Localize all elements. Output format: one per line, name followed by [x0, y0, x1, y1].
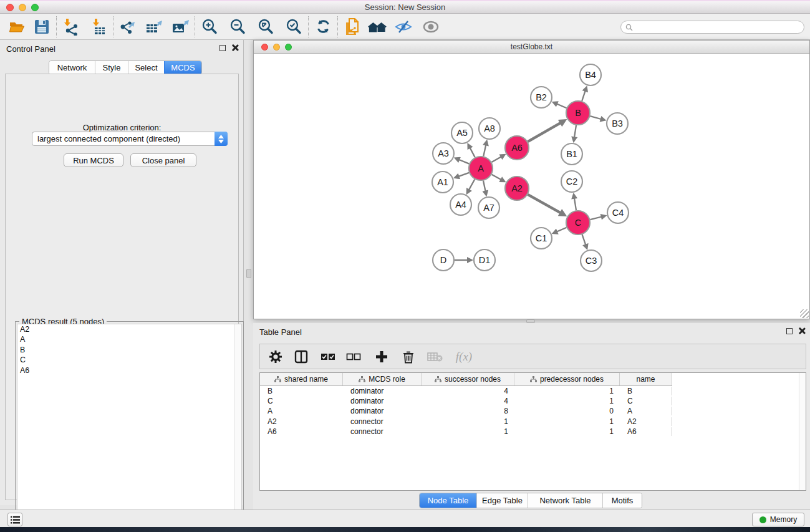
trash-icon[interactable] [399, 347, 418, 366]
select-all-icon[interactable] [319, 347, 337, 366]
apply-layout-button[interactable] [314, 17, 332, 36]
zoom-fit-button[interactable] [256, 17, 275, 36]
graph-edge[interactable] [470, 148, 475, 157]
toggle-preview-button[interactable] [422, 17, 440, 36]
net-zoom-button[interactable] [285, 44, 292, 51]
graph-edge[interactable] [492, 175, 501, 180]
new-network-button[interactable] [343, 17, 362, 36]
zoom-selected-button[interactable] [284, 17, 303, 36]
zoom-in-button[interactable] [200, 17, 219, 36]
result-list-item[interactable]: C [17, 355, 241, 365]
graph-edge[interactable] [483, 181, 486, 191]
tab-edge-table[interactable]: Edge Table [476, 493, 528, 508]
net-close-button[interactable] [261, 44, 268, 51]
table-cell[interactable]: A6 [260, 427, 343, 436]
table-row[interactable]: Cdominator41C [260, 396, 806, 406]
save-session-button[interactable] [32, 17, 51, 36]
close-panel-icon[interactable] [231, 44, 238, 51]
graph-edge[interactable] [469, 180, 475, 190]
task-history-button[interactable] [7, 513, 22, 526]
table-cell[interactable]: 8 [422, 407, 514, 415]
table-row[interactable]: A6connector11A6 [260, 427, 806, 437]
table-cell[interactable]: C [620, 397, 672, 405]
table-cell[interactable]: A2 [620, 417, 672, 426]
gear-icon[interactable] [266, 347, 285, 366]
close-panel-button[interactable]: Close panel [130, 153, 196, 167]
column-header-mcds-role[interactable]: MCDS role [343, 373, 422, 385]
result-list-scrollbar[interactable] [234, 324, 241, 530]
tab-network[interactable]: Network [49, 61, 95, 74]
result-list-item[interactable]: A [17, 334, 241, 344]
table-cell[interactable]: C [260, 397, 343, 405]
tab-network-table[interactable]: Network Table [528, 493, 602, 508]
graph-edge[interactable] [582, 91, 585, 101]
tab-node-table[interactable]: Node Table [420, 493, 476, 508]
vertical-split-handle[interactable] [246, 269, 251, 278]
table-cell[interactable]: 0 [514, 407, 620, 415]
add-column-icon[interactable] [372, 347, 391, 366]
delete-table-icon[interactable] [426, 347, 445, 366]
table-cell[interactable]: dominator [343, 407, 422, 415]
table-cell[interactable]: 1 [514, 427, 620, 436]
graph-edge[interactable] [528, 123, 561, 142]
deselect-all-icon[interactable] [344, 347, 363, 366]
import-network-button[interactable] [62, 17, 80, 36]
network-graph[interactable]: B4B2BB3A5A8A6A3AB1A1C2A2A4A7C4CC1C3DD1 [254, 54, 809, 319]
export-network-button[interactable] [118, 17, 137, 36]
close-window-button[interactable] [6, 4, 14, 11]
table-row[interactable]: A2connector11A2 [260, 417, 806, 427]
import-table-button[interactable] [89, 17, 108, 36]
graph-edge[interactable] [528, 195, 561, 213]
column-selector-icon[interactable] [292, 347, 311, 366]
table-cell[interactable]: 1 [514, 397, 620, 405]
result-list-item[interactable]: A2 [17, 324, 241, 334]
window-resize-grip[interactable] [800, 309, 809, 318]
table-cell[interactable]: 4 [422, 397, 514, 405]
table-cell[interactable]: A [620, 407, 672, 415]
table-cell[interactable]: connector [343, 427, 422, 436]
tab-motifs[interactable]: Motifs [602, 493, 642, 508]
table-cell[interactable]: B [260, 387, 343, 395]
column-header-shared-name[interactable]: shared name [260, 373, 343, 385]
graph-edge[interactable] [557, 228, 567, 232]
run-mcds-button[interactable]: Run MCDS [64, 153, 123, 167]
search-input[interactable] [635, 23, 798, 32]
net-minimize-button[interactable] [273, 44, 280, 51]
memory-button[interactable]: Memory [752, 513, 804, 526]
table-cell[interactable]: A2 [260, 417, 343, 426]
table-cell[interactable]: 4 [422, 387, 514, 395]
export-image-button[interactable] [171, 17, 190, 36]
minimize-window-button[interactable] [19, 4, 26, 11]
column-header-predecessor-nodes[interactable]: predecessor nodes [514, 373, 620, 385]
graph-edge[interactable] [557, 104, 567, 109]
graph-edge[interactable] [459, 160, 469, 164]
table-scrollbar[interactable] [799, 373, 806, 490]
table-cell[interactable]: A [260, 407, 343, 415]
float-panel-icon[interactable] [219, 45, 226, 51]
graph-edge[interactable] [582, 235, 586, 245]
table-cell[interactable]: dominator [343, 397, 422, 405]
table-row[interactable]: Adominator80A [260, 406, 806, 416]
float-table-panel-icon[interactable] [786, 328, 793, 334]
mcds-result-list[interactable]: A2ABCA6 [17, 324, 242, 531]
result-list-item[interactable]: A6 [17, 365, 241, 375]
close-table-panel-icon[interactable] [798, 327, 805, 334]
graph-edge[interactable] [590, 217, 601, 220]
graph-edge[interactable] [574, 198, 576, 211]
function-builder-button[interactable]: f(x) [451, 347, 476, 366]
result-list-item[interactable]: B [17, 345, 241, 355]
zoom-out-button[interactable] [228, 17, 247, 36]
tab-mcds[interactable]: MCDS [164, 61, 201, 74]
graph-edge[interactable] [483, 145, 486, 156]
table-cell[interactable]: 1 [422, 427, 514, 436]
open-file-button[interactable] [7, 17, 26, 36]
column-header-name[interactable]: name [620, 373, 672, 385]
table-row[interactable]: Bdominator41B [260, 386, 806, 396]
table-cell[interactable]: A6 [620, 427, 672, 436]
table-cell[interactable]: connector [343, 417, 422, 426]
tab-style[interactable]: Style [95, 61, 128, 74]
search-field[interactable] [620, 21, 804, 34]
zoom-window-button[interactable] [31, 4, 39, 11]
tab-select[interactable]: Select [128, 61, 164, 74]
hide-panels-button[interactable] [394, 17, 413, 36]
